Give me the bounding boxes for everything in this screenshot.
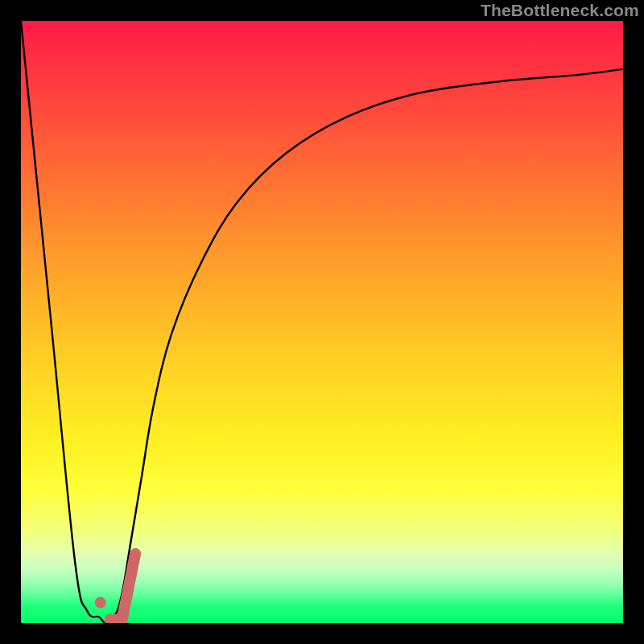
plot-area	[21, 21, 623, 623]
chart-svg	[21, 21, 623, 623]
watermark-text: TheBottleneck.com	[481, 1, 639, 20]
marker-dot	[95, 597, 106, 609]
bottleneck-curve	[21, 21, 623, 623]
chart-frame: TheBottleneck.com	[0, 0, 644, 644]
